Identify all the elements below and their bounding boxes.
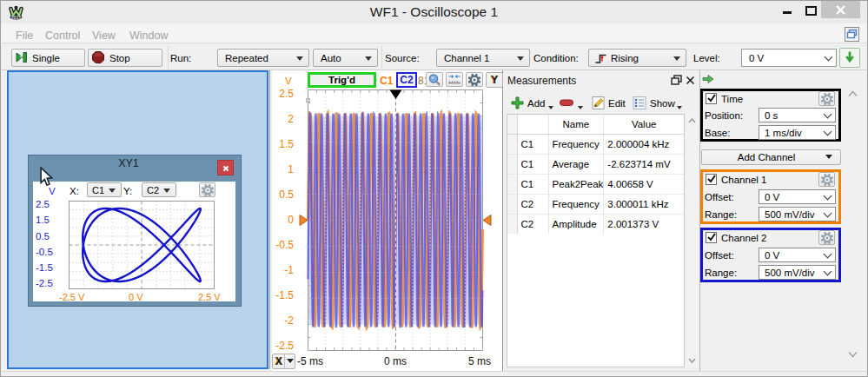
svg-text:1: 1 — [19, 54, 23, 62]
